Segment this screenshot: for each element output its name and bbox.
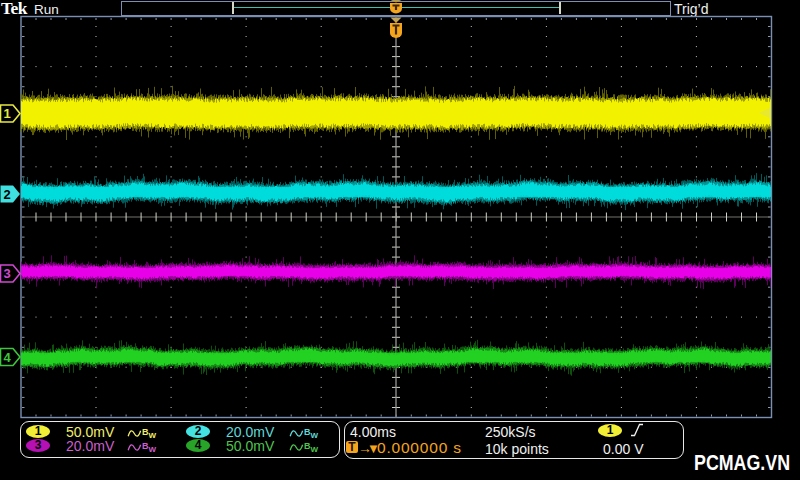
svg-text:2: 2 bbox=[3, 187, 10, 202]
svg-text:4: 4 bbox=[3, 350, 11, 365]
svg-text:1: 1 bbox=[3, 106, 10, 121]
svg-text:3: 3 bbox=[3, 266, 10, 281]
